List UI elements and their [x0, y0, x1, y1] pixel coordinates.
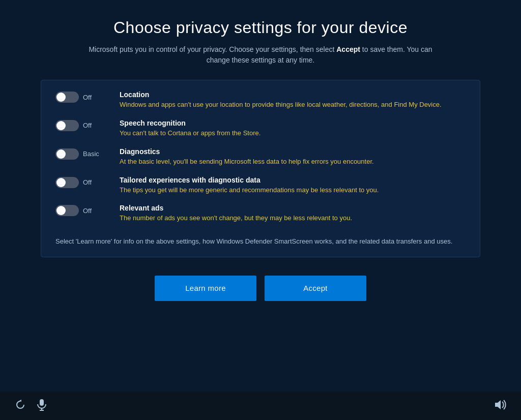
speech-toggle-label: Off — [83, 122, 92, 129]
ads-desc: The number of ads you see won't change, … — [120, 214, 466, 223]
page-subtitle: Microsoft puts you in control of your pr… — [82, 44, 439, 66]
tailored-toggle-area: Off — [55, 177, 111, 188]
svg-rect-0 — [40, 399, 44, 406]
ads-title: Relevant ads — [120, 204, 466, 212]
taskbar-right — [495, 400, 507, 412]
setting-row-location: Off Location Windows and apps can't use … — [55, 91, 466, 110]
diagnostics-toggle-area: Basic — [55, 148, 111, 160]
speech-toggle[interactable] — [55, 120, 79, 131]
ads-info: Relevant ads The number of ads you see w… — [120, 204, 466, 223]
svg-marker-3 — [495, 400, 501, 409]
settings-panel: Off Location Windows and apps can't use … — [41, 80, 480, 257]
location-info: Location Windows and apps can't use your… — [120, 91, 466, 110]
tailored-toggle-label: Off — [83, 178, 92, 186]
learn-more-button[interactable]: Learn more — [155, 276, 256, 301]
location-toggle[interactable] — [55, 92, 79, 103]
ads-toggle-area: Off — [55, 205, 111, 216]
location-toggle-area: Off — [55, 92, 111, 103]
speech-title: Speech recognition — [120, 119, 466, 127]
tailored-title: Tailored experiences with diagnostic dat… — [120, 176, 466, 184]
speech-desc: You can't talk to Cortana or apps from t… — [120, 129, 466, 138]
diagnostics-desc: At the basic level, you'll be sending Mi… — [120, 157, 466, 167]
setting-row-ads: Off Relevant ads The number of ads you s… — [55, 204, 466, 223]
tailored-info: Tailored experiences with diagnostic dat… — [120, 176, 466, 195]
setting-row-tailored: Off Tailored experiences with diagnostic… — [55, 176, 466, 195]
setting-row-speech: Off Speech recognition You can't talk to… — [55, 119, 466, 138]
taskbar — [0, 392, 521, 420]
info-text: Select 'Learn more' for info on the abov… — [55, 232, 466, 247]
microphone-icon[interactable] — [37, 399, 47, 413]
volume-icon[interactable] — [495, 401, 507, 412]
back-icon[interactable] — [14, 399, 26, 413]
diagnostics-toggle[interactable] — [55, 148, 79, 160]
main-content: Choose privacy settings for your device … — [0, 0, 521, 392]
diagnostics-title: Diagnostics — [120, 147, 466, 156]
tailored-desc: The tips you get will be more generic an… — [120, 186, 466, 195]
ads-toggle-label: Off — [83, 207, 92, 215]
tailored-toggle[interactable] — [55, 177, 79, 188]
ads-toggle[interactable] — [55, 205, 79, 216]
setting-row-diagnostics: Basic Diagnostics At the basic level, yo… — [55, 147, 466, 167]
page-title: Choose privacy settings for your device — [113, 18, 408, 37]
taskbar-left — [14, 399, 47, 413]
location-toggle-label: Off — [83, 94, 92, 101]
speech-info: Speech recognition You can't talk to Cor… — [120, 119, 466, 138]
diagnostics-info: Diagnostics At the basic level, you'll b… — [120, 147, 466, 167]
subtitle-accept-word: Accept — [336, 45, 360, 53]
location-desc: Windows and apps can't use your location… — [120, 100, 466, 110]
accept-button[interactable]: Accept — [265, 276, 366, 301]
buttons-row: Learn more Accept — [155, 276, 366, 301]
diagnostics-toggle-label: Basic — [83, 150, 99, 158]
subtitle-text-1: Microsoft puts you in control of your pr… — [89, 45, 336, 53]
speech-toggle-area: Off — [55, 120, 111, 131]
location-title: Location — [120, 91, 466, 99]
